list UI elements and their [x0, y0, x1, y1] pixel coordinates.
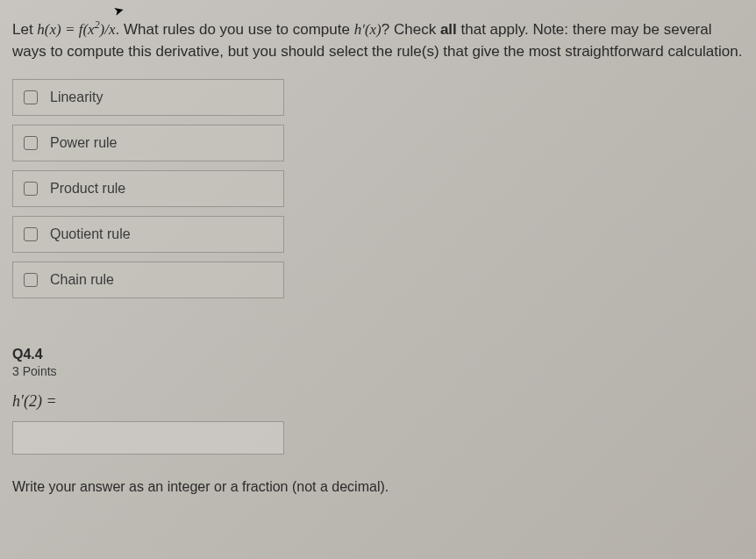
option-linearity[interactable]: Linearity [12, 79, 284, 116]
option-power-rule[interactable]: Power rule [12, 125, 284, 161]
checkbox-icon [24, 227, 38, 241]
question-points: 3 Points [12, 364, 744, 378]
checkbox-icon [24, 273, 38, 287]
option-chain-rule[interactable]: Chain rule [12, 262, 284, 298]
question-number: Q4.4 [12, 347, 744, 362]
option-label: Product rule [50, 181, 125, 197]
option-label: Quotient rule [50, 226, 131, 242]
cursor-icon: ➤ [112, 3, 126, 19]
question-all: all [440, 21, 457, 38]
option-label: Power rule [50, 135, 117, 151]
checkbox-icon [24, 136, 38, 150]
question-mid2: ? Check [382, 21, 440, 38]
question-prefix: Let [12, 21, 37, 38]
checkbox-icon [24, 182, 38, 196]
hprime-expr: h′(x) [354, 21, 382, 38]
equation-part-1: h(x) = f(x2)/x [37, 21, 115, 38]
option-quotient-rule[interactable]: Quotient rule [12, 216, 284, 253]
option-label: Chain rule [50, 272, 114, 288]
checkbox-icon [24, 90, 38, 104]
answer-input[interactable] [12, 421, 284, 455]
sub-question: Q4.4 3 Points h′(2) = Write your answer … [12, 347, 744, 495]
option-product-rule[interactable]: Product rule [12, 170, 284, 207]
options-list: Linearity Power rule Product rule Quotie… [12, 79, 744, 298]
answer-instruction: Write your answer as an integer or a fra… [12, 479, 744, 495]
question-prompt: Let h(x) = f(x2)/x. What rules do you us… [12, 18, 744, 63]
question-mid1: . What rules do you use to compute [116, 21, 354, 38]
option-label: Linearity [50, 90, 103, 105]
formula-label: h′(2) = [12, 392, 744, 411]
